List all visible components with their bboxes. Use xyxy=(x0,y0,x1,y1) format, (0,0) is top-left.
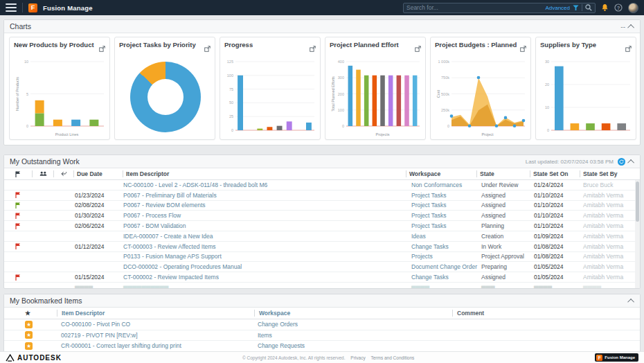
column-item-descriptor[interactable]: Item Descriptor xyxy=(123,168,406,179)
item-descriptor-link[interactable]: NC-000100 - Level 2 - ADSK-011/48 - thre… xyxy=(120,180,409,190)
outstanding-work-header[interactable]: My Outstanding Work Last updated: 02/07/… xyxy=(4,155,640,168)
workspace-cell[interactable]: Change Orders xyxy=(253,321,451,328)
list-item[interactable]: ★CO-000100 - Pivot Pin COChange Orders xyxy=(4,319,640,330)
search-input[interactable] xyxy=(406,4,542,11)
due-date-cell: 02/06/2024 xyxy=(72,221,120,231)
escalation-column-icon[interactable] xyxy=(54,168,73,179)
workspace-cell[interactable]: Non Conformances xyxy=(409,180,478,190)
item-descriptor-link[interactable]: DCO-000002 - Operating Procedures Manual xyxy=(120,262,409,272)
workspace-cell[interactable]: Project Tasks xyxy=(409,201,478,211)
table-row[interactable]: IDEA-000007 - Create a New IdeaIdeasCrea… xyxy=(4,231,640,242)
expand-icon[interactable] xyxy=(520,42,526,55)
list-item[interactable]: ★CR-000001 - Correct layer shifting duri… xyxy=(4,341,640,352)
column-workspace[interactable]: Workspace xyxy=(406,168,476,179)
refresh-icon[interactable] xyxy=(618,158,625,166)
workspace-cell[interactable]: Change Tasks xyxy=(409,272,478,282)
advanced-search-link[interactable]: Advanced xyxy=(545,5,570,11)
chevron-up-icon[interactable] xyxy=(627,159,634,166)
column-item-descriptor[interactable]: Item Descriptor xyxy=(57,310,254,317)
donut[interactable] xyxy=(130,62,201,132)
column-comment[interactable]: Comment xyxy=(453,310,640,317)
bookmark-star-column-icon[interactable]: ★ xyxy=(4,310,57,317)
bookmarked-rows: ★CO-000100 - Pivot Pin COChange Orders★0… xyxy=(4,319,640,352)
table-row[interactable]: P0133 - Fusion Manage APS SupportProject… xyxy=(4,252,640,263)
state-set-on-cell: 01/09/2024 xyxy=(531,231,580,241)
column-state-set-by[interactable]: State Set By xyxy=(580,168,640,179)
search-icon[interactable] xyxy=(585,4,592,11)
chevron-up-icon[interactable] xyxy=(627,24,634,30)
table-row[interactable]: 01/15/2024CT-000002 - Review Impacted It… xyxy=(4,272,640,283)
item-descriptor-link[interactable]: P0067 - Review BOM elements xyxy=(120,201,409,211)
item-descriptor-link[interactable]: 002719 - PIVOT PIN [REV:w] xyxy=(57,332,253,339)
expand-icon[interactable] xyxy=(625,42,632,55)
chevron-up-icon[interactable] xyxy=(627,298,634,305)
bookmark-star-icon[interactable]: ★ xyxy=(25,321,33,328)
flag-column-icon[interactable] xyxy=(4,168,32,179)
delegation-column-icon[interactable] xyxy=(33,168,53,179)
flag-cell xyxy=(4,231,32,241)
expand-icon[interactable] xyxy=(204,42,211,55)
item-descriptor-link[interactable]: CT-000002 - Review Impacted Items xyxy=(120,272,409,282)
svg-text:0: 0 xyxy=(547,128,549,132)
state-set-by-cell: Amitabh Verma xyxy=(580,211,640,220)
charts-panel-header[interactable]: Charts -- xyxy=(4,20,640,33)
svg-text:100: 100 xyxy=(338,108,344,112)
minimize-icon[interactable]: -- xyxy=(620,24,625,29)
item-descriptor-link[interactable]: P0067 - Preliminary Bill of Materials xyxy=(120,191,409,200)
item-descriptor-link[interactable]: CR-000001 - Correct layer shifting durin… xyxy=(57,342,253,349)
column-state-set-on[interactable]: State Set On xyxy=(530,168,580,179)
notifications-bell-icon[interactable] xyxy=(601,3,609,12)
item-descriptor-link[interactable]: P0067 - BOM Validation xyxy=(120,221,409,231)
flag-icon xyxy=(15,213,21,219)
filter-icon[interactable] xyxy=(573,5,579,11)
column-state[interactable]: State xyxy=(477,168,530,179)
item-descriptor-link[interactable]: CO-000100 - Pivot Pin CO xyxy=(57,321,253,328)
table-row[interactable]: 02/06/2024P0067 - BOM ValidationProject … xyxy=(4,221,640,231)
fusion-manage-logo-icon[interactable]: F xyxy=(28,3,37,12)
workspace-cell[interactable]: Ideas xyxy=(409,231,478,241)
escalation-cell xyxy=(53,252,72,262)
flag-cell xyxy=(4,262,32,272)
scrollbar-track[interactable] xyxy=(635,180,640,288)
workspace-cell[interactable]: Project Tasks xyxy=(409,221,478,231)
table-row[interactable]: 02/08/2024P0067 - Review BOM elementsPro… xyxy=(4,201,640,211)
workspace-cell[interactable]: Projects xyxy=(409,252,478,262)
privacy-link[interactable]: Privacy xyxy=(350,355,365,360)
table-row[interactable]: NC-000100 - Level 2 - ADSK-011/48 - thre… xyxy=(4,180,640,191)
flag-icon xyxy=(15,274,21,281)
expand-icon[interactable] xyxy=(415,42,421,55)
bookmark-star-icon[interactable]: ★ xyxy=(25,342,33,350)
item-descriptor-link[interactable]: P0067 - Process Flow xyxy=(120,211,409,220)
state-cell: Planning xyxy=(478,221,531,231)
list-item[interactable]: ★002719 - PIVOT PIN [REV:w]Items xyxy=(4,330,640,342)
column-workspace[interactable]: Workspace xyxy=(255,310,452,317)
table-row[interactable]: 01/30/2024P0067 - Process FlowProject Ta… xyxy=(4,211,640,221)
workspace-cell[interactable]: Document Change Order xyxy=(409,262,478,272)
workspace-cell[interactable]: Change Requests xyxy=(253,342,451,349)
table-row[interactable]: DCO-000002 - Operating Procedures Manual… xyxy=(4,262,640,272)
bar-chart: 0100200300400Total Planned EffortsProjec… xyxy=(330,56,422,138)
fusion-manage-badge: F Fusion Manage xyxy=(595,353,638,362)
workspace-cell[interactable]: Project Tasks xyxy=(409,211,478,220)
scrollbar-thumb[interactable] xyxy=(636,182,639,222)
user-avatar[interactable] xyxy=(628,3,638,13)
item-descriptor-link[interactable]: IDEA-000007 - Create a New Idea xyxy=(120,231,409,241)
table-row[interactable]: 01/12/2024CT-000003 - Review Affected It… xyxy=(4,242,640,252)
bookmarked-items-header[interactable]: My Bookmarked Items xyxy=(4,294,640,308)
expand-icon[interactable] xyxy=(99,42,105,55)
expand-icon[interactable] xyxy=(310,42,316,55)
workspace-cell[interactable]: Project Tasks xyxy=(409,191,478,200)
help-icon[interactable]: ? xyxy=(614,3,623,12)
state-set-on-cell: 01/05/2024 xyxy=(531,262,580,272)
state-set-by-cell: Amitabh Verma xyxy=(580,272,640,282)
terms-link[interactable]: Terms and Conditions xyxy=(370,355,414,360)
hamburger-menu-icon[interactable] xyxy=(6,3,17,12)
workspace-cell[interactable]: Items xyxy=(253,332,451,339)
column-due-date[interactable]: Due Date xyxy=(74,168,123,179)
bookmark-star-icon[interactable]: ★ xyxy=(25,331,33,339)
item-descriptor-link[interactable]: P0133 - Fusion Manage APS Support xyxy=(120,252,409,262)
item-descriptor-link[interactable]: CT-000003 - Review Affected Items xyxy=(120,242,409,251)
table-row[interactable]: 01/23/2024P0067 - Preliminary Bill of Ma… xyxy=(4,191,640,201)
workspace-cell[interactable]: Change Tasks xyxy=(409,242,478,251)
search-box[interactable]: Advanced xyxy=(403,3,596,13)
